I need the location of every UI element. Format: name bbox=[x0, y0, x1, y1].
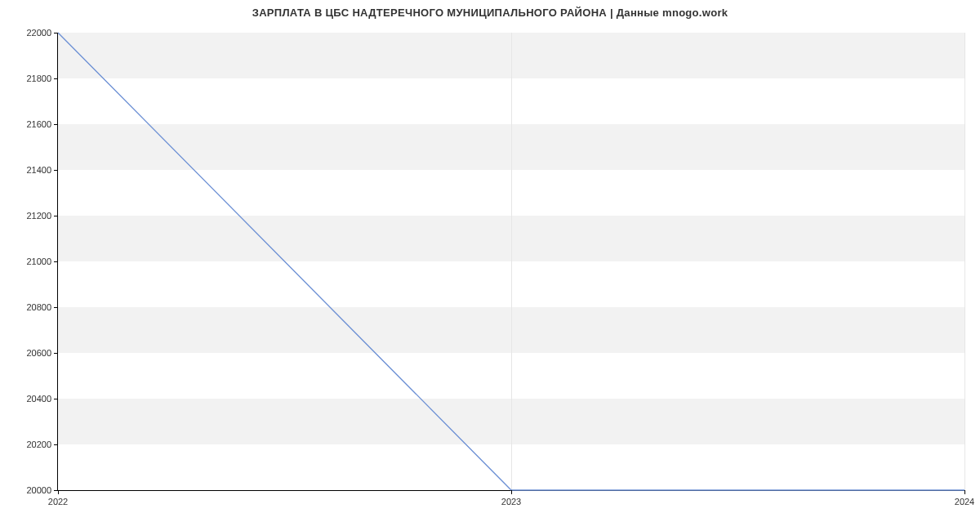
y-tick-mark bbox=[54, 216, 58, 216]
y-tick-mark bbox=[54, 261, 58, 262]
y-tick-mark bbox=[54, 399, 58, 399]
line-layer bbox=[58, 33, 964, 490]
data-line bbox=[58, 33, 964, 490]
y-tick-mark bbox=[54, 78, 58, 79]
x-tick-mark bbox=[964, 490, 965, 494]
chart-container: ЗАРПЛАТА В ЦБС НАДТЕРЕЧНОГО МУНИЦИПАЛЬНО… bbox=[0, 0, 980, 531]
y-tick-mark bbox=[54, 307, 58, 308]
y-tick-mark bbox=[54, 353, 58, 354]
x-tick-mark bbox=[58, 490, 59, 494]
y-tick-mark bbox=[54, 170, 58, 171]
chart-title: ЗАРПЛАТА В ЦБС НАДТЕРЕЧНОГО МУНИЦИПАЛЬНО… bbox=[0, 7, 980, 19]
x-tick-mark bbox=[511, 490, 512, 494]
y-tick-mark bbox=[54, 124, 58, 125]
y-tick-mark bbox=[54, 444, 58, 445]
x-grid-line bbox=[964, 33, 965, 490]
y-tick-mark bbox=[54, 33, 58, 33]
plot-area: 2000020200204002060020800210002120021400… bbox=[57, 33, 964, 491]
